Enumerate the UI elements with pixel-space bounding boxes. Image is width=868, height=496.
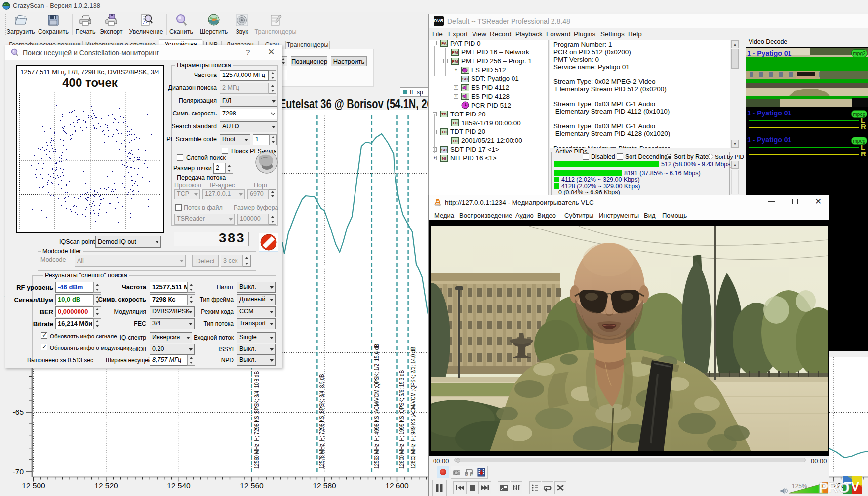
svg-text:12 600: 12 600 — [385, 481, 409, 490]
svg-text:A: A — [466, 473, 468, 476]
svg-text:12 540: 12 540 — [167, 481, 191, 490]
svg-text:12593 MHz; H; 4998 KS ;ACM/VCM: 12593 MHz; H; 4998 KS ;ACM/VCM ;QPSK; 1/… — [373, 344, 380, 469]
svg-text:PRO: PRO — [819, 480, 850, 496]
svg-text:12 580: 12 580 — [313, 481, 336, 490]
svg-text:12603 MHz; H; 949 KS ;ACM/VCM: 12603 MHz; H; 949 KS ;ACM/VCM ;QPSK; 2/3… — [410, 347, 416, 469]
svg-text:-65: -65 — [13, 408, 24, 416]
svg-text:12 500: 12 500 — [22, 481, 45, 490]
svg-text:-70: -70 — [13, 467, 24, 476]
svg-text:12578 MHz; H; 7298 KS ;8PSK; 3: 12578 MHz; H; 7298 KS ;8PSK; 3/4; 8.5 dB — [318, 374, 325, 469]
svg-text:B: B — [471, 473, 473, 476]
svg-text:12 560: 12 560 — [240, 481, 264, 490]
svg-text:12600 MHz; H; 1999 KS ;QPSK; 5: 12600 MHz; H; 1999 KS ;QPSK; 5/6; 15.3 d… — [398, 370, 405, 469]
svg-text:12 520: 12 520 — [94, 481, 118, 490]
svg-text:12560 MHz; H; 7298 KS ;8PSK; 3: 12560 MHz; H; 7298 KS ;8PSK; 3/4; 10.8 d… — [253, 371, 260, 469]
